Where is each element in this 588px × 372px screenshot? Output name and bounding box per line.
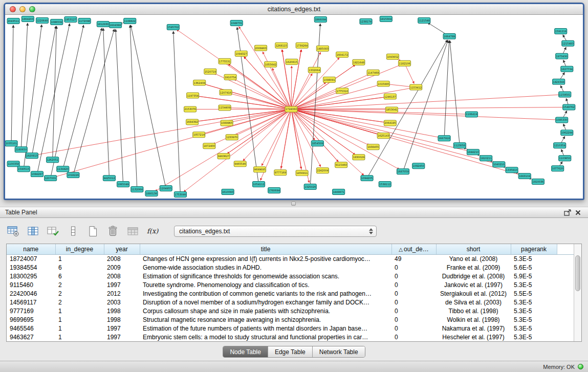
import-table-button[interactable] xyxy=(126,224,140,238)
cell-out_degree[interactable]: 49 xyxy=(391,254,436,263)
close-button[interactable] xyxy=(10,6,16,12)
column-chooser-button[interactable] xyxy=(26,224,40,238)
graph-edge[interactable] xyxy=(291,109,557,120)
cell-pagerank[interactable]: 5.3E-5 xyxy=(511,298,557,307)
graph-node[interactable]: 1449871 xyxy=(333,189,345,195)
graph-edge[interactable] xyxy=(213,109,291,144)
column-header-in-degree[interactable]: in_degree xyxy=(55,244,104,254)
cell-year[interactable]: 2012 xyxy=(104,289,140,298)
new-file-button[interactable] xyxy=(86,224,100,238)
cell-out_degree[interactable]: 0 xyxy=(391,272,436,280)
cell-short[interactable]: Stergiakouli et al. (2012) xyxy=(436,289,511,298)
graph-node[interactable]: 1684392 xyxy=(186,119,199,125)
column-header-title[interactable]: title xyxy=(140,244,391,254)
graph-node[interactable]: 1872400 xyxy=(203,143,215,149)
graph-node[interactable]: 9699695 xyxy=(253,167,266,172)
graph-edge[interactable] xyxy=(32,26,56,156)
cell-pagerank[interactable]: 5.3E-5 xyxy=(511,307,557,315)
graph-node[interactable]: 1844210 xyxy=(467,149,479,155)
cell-pagerank[interactable]: 5.3E-5 xyxy=(511,333,557,341)
graph-node[interactable]: 1753046 xyxy=(174,192,186,198)
cell-in_degree[interactable]: 2 xyxy=(55,289,104,298)
graph-node[interactable]: 1610093 xyxy=(222,189,234,195)
cell-short[interactable]: Nakamura et al. (1997) xyxy=(436,324,511,333)
graph-edge[interactable] xyxy=(450,40,460,145)
graph-node[interactable]: 1938455 xyxy=(367,144,379,150)
window-titlebar[interactable]: citations_edges.txt xyxy=(5,4,583,15)
cell-title[interactable]: Estimation of significance thresholds fo… xyxy=(140,272,391,280)
table-row[interactable]: 969969511998Structural magnetic resonanc… xyxy=(7,315,574,324)
cell-year[interactable]: 2008 xyxy=(104,254,140,263)
graph-node[interactable]: 1760694 xyxy=(268,188,280,193)
graph-node[interactable]: 1687059 xyxy=(397,169,409,174)
graph-node[interactable]: 1049731 xyxy=(230,20,243,26)
graph-edge[interactable] xyxy=(291,66,292,109)
cell-short[interactable]: de Silva et al. (2003) xyxy=(436,298,511,307)
cell-in_degree[interactable]: 1 xyxy=(55,333,104,341)
table-row[interactable]: 911546021997Tourette syndrome. Phenomeno… xyxy=(7,280,574,289)
network-canvas[interactable]: 1724060185304120641951625143193845518300… xyxy=(5,15,583,199)
graph-node[interactable]: 9465546 xyxy=(234,161,246,167)
table-row[interactable]: 1938455462009Genome-wide association stu… xyxy=(7,263,574,272)
graph-edge[interactable] xyxy=(184,109,291,191)
cell-in_degree[interactable]: 1 xyxy=(55,307,104,315)
graph-node[interactable]: 1147469 xyxy=(367,70,379,75)
graph-edge[interactable] xyxy=(291,85,379,110)
graph-node[interactable]: 2160650 xyxy=(15,147,27,152)
graph-node[interactable]: 1153412 xyxy=(410,84,422,90)
graph-node[interactable]: 1595702 xyxy=(167,24,179,30)
network-select[interactable]: citations_edges.txt xyxy=(174,226,377,237)
graph-node[interactable]: 1739264 xyxy=(296,42,308,48)
cell-title[interactable]: Genome-wide association studies in ADHD. xyxy=(140,263,391,272)
cell-short[interactable]: Hescheler et al. (1997) xyxy=(436,333,511,341)
cell-name[interactable]: 19384554 xyxy=(7,263,55,272)
graph-node[interactable]: 1134420 xyxy=(57,166,69,172)
cell-pagerank[interactable]: 5.5E-5 xyxy=(511,289,557,298)
table-scrollbar-thumb[interactable] xyxy=(575,255,580,291)
graph-edge[interactable] xyxy=(291,109,364,175)
cell-in_degree[interactable]: 6 xyxy=(55,272,104,280)
graph-node[interactable]: 1055642 xyxy=(265,61,277,67)
graph-node[interactable]: 1362408 xyxy=(193,80,206,85)
table-settings-button[interactable] xyxy=(6,224,20,238)
graph-edge[interactable] xyxy=(262,109,291,165)
cell-out_degree[interactable]: 0 xyxy=(391,333,436,341)
graph-node[interactable]: 1853041 xyxy=(385,107,398,113)
cell-title[interactable]: Changes of HCN gene expression and I(f) … xyxy=(140,254,391,263)
table-row[interactable]: 946362711997Embryonic stem cells: a mode… xyxy=(7,333,574,341)
cell-pagerank[interactable]: 5.3E-5 xyxy=(511,254,557,263)
graph-node[interactable]: 1864203 xyxy=(21,16,34,21)
cell-title[interactable]: Structural magnetic resonance image aver… xyxy=(140,315,391,324)
cell-out_degree[interactable]: 0 xyxy=(391,307,436,315)
graph-node[interactable]: 1332064 xyxy=(308,67,320,73)
column-header-short[interactable]: short xyxy=(436,244,511,254)
graph-edge[interactable] xyxy=(63,28,102,169)
graph-node[interactable]: 9463627 xyxy=(217,154,230,159)
table-row[interactable]: 946554611997Estimation of the future num… xyxy=(7,324,574,333)
graph-node[interactable]: 1015995 xyxy=(377,81,389,86)
graph-node[interactable]: 1910211 xyxy=(480,156,492,161)
cell-in_degree[interactable]: 2 xyxy=(55,298,104,307)
cell-year[interactable]: 2009 xyxy=(104,263,140,272)
graph-edge[interactable] xyxy=(230,94,291,110)
graph-node[interactable]: 1268115 xyxy=(275,42,288,48)
graph-node[interactable]: 1604172 xyxy=(336,52,349,57)
cell-out_degree[interactable]: 0 xyxy=(391,263,436,272)
column-header-pagerank[interactable]: pagerank xyxy=(511,244,557,254)
cell-year[interactable]: 1997 xyxy=(104,280,140,289)
cell-year[interactable]: 1997 xyxy=(104,333,140,341)
graph-node[interactable]: 1775531 xyxy=(219,58,231,64)
graph-edge[interactable] xyxy=(291,109,495,163)
cell-out_degree[interactable]: 0 xyxy=(391,324,436,333)
graph-edge[interactable] xyxy=(291,82,326,110)
graph-node[interactable]: 1035101 xyxy=(5,141,17,146)
cell-in_degree[interactable]: 2 xyxy=(55,280,104,289)
graph-node[interactable]: 1664789 xyxy=(443,33,455,39)
cell-name[interactable]: 9465546 xyxy=(7,324,55,333)
graph-node[interactable]: 1827734 xyxy=(561,66,573,72)
cell-name[interactable]: 18300295 xyxy=(7,272,55,280)
graph-edge[interactable] xyxy=(444,40,449,138)
graph-node[interactable]: 2043511 xyxy=(7,18,19,24)
cell-title[interactable]: Investigating the contribution of common… xyxy=(140,289,391,298)
graph-node[interactable]: 1204955 xyxy=(160,186,172,191)
